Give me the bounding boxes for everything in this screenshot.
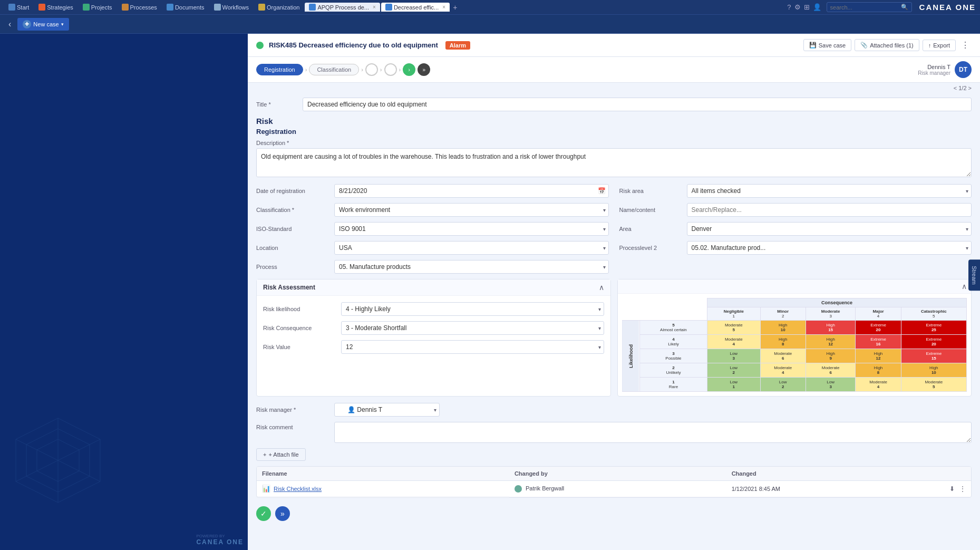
new-case-dropdown-icon: ▾ [61, 22, 64, 27]
apqp-tab-close[interactable]: × [373, 4, 376, 10]
risk-comment-input[interactable] [334, 422, 972, 443]
forward-icon: » [280, 509, 285, 518]
changed-date: 1/12/2021 8:45 AM [732, 486, 780, 492]
more-options-button[interactable]: ⋮ [959, 39, 972, 51]
area-select[interactable]: Denver [687, 222, 972, 236]
new-case-button[interactable]: ✚ New case ▾ [17, 18, 69, 31]
title-label: Title * [256, 101, 298, 108]
processlevel2-select[interactable]: 05.02. Manufacture prod... [687, 241, 972, 255]
confirm-button[interactable]: ✓ [256, 506, 271, 521]
file-download-icon[interactable]: ⬇ [949, 485, 955, 493]
risk-manager-select[interactable]: 👤 Dennis T [334, 403, 440, 417]
date-label: Date of registration [256, 188, 330, 194]
risk-value-label: Risk Value [263, 344, 337, 350]
step-circle-green[interactable]: › [403, 63, 415, 76]
changed-by: Patrik Bergwall [526, 485, 564, 491]
nav-tab-documents[interactable]: Documents [162, 3, 209, 12]
attached-files-button[interactable]: 📎 Attached files (1) [855, 39, 919, 51]
user-icon[interactable]: 👤 [813, 3, 821, 11]
documents-icon [167, 4, 173, 11]
date-row: Date of registration 📅 [256, 184, 609, 198]
user-role: Risk manager [918, 70, 950, 76]
risk-likelihood-label: Risk likelihood [263, 306, 337, 312]
description-input[interactable]: Old equipment are causing a lot of troub… [256, 148, 972, 177]
step-circle-3[interactable] [365, 63, 378, 76]
location-row: Location USA ▾ [256, 241, 609, 255]
col-changed-by: Changed by [509, 467, 726, 481]
risk-value-row: Risk Value 12 ▾ [263, 340, 604, 354]
process-select[interactable]: 05. Manufacture products [334, 260, 609, 274]
canea-logo-bottom: CANEA ONE [196, 538, 244, 546]
step-circle-4[interactable] [384, 63, 397, 76]
nav-tab-workflows[interactable]: Workflows [210, 3, 254, 12]
step-classification[interactable]: Classification [309, 64, 359, 75]
process-row: Process 05. Manufacture products ▾ [256, 260, 609, 274]
nav-search-icon: 🔍 [901, 4, 908, 11]
nav-tab-organization[interactable]: Organization [254, 3, 304, 12]
location-select[interactable]: USA [334, 241, 609, 255]
nav-tab-projects[interactable]: Projects [79, 3, 117, 12]
paperclip-icon: 📎 [860, 42, 868, 49]
windows-icon[interactable]: ⊞ [804, 3, 810, 11]
risk-matrix-header: ∧ [618, 279, 972, 294]
processlevel2-row: Processlevel 2 05.02. Manufacture prod..… [619, 241, 972, 255]
step-arrow-2: › [361, 66, 363, 73]
col-changed: Changed [726, 467, 939, 481]
background-decoration [11, 413, 105, 508]
risk-assessment-header: Risk Assessment ∧ [257, 279, 610, 296]
step-circle-dark[interactable]: » [418, 63, 430, 76]
nav-tab-risk[interactable]: Decreased effic... × [381, 3, 450, 12]
logo: CANEA ONE [919, 3, 976, 12]
risk-assessment-title: Risk Assessment [263, 284, 315, 291]
risk-consequence-select[interactable]: 3 - Moderate Shortfall [341, 321, 604, 335]
name-content-label: Name/content [619, 207, 683, 213]
date-input[interactable] [334, 184, 609, 198]
name-content-input[interactable] [687, 203, 972, 217]
new-case-icon: ✚ [23, 20, 31, 28]
location-label: Location [256, 245, 330, 251]
new-tab-button[interactable]: + [453, 3, 457, 12]
risk-manager-label: Risk manager * [256, 407, 330, 413]
nav-search-input[interactable] [830, 4, 899, 11]
file-table-container: Filename Changed by Changed 📊 Risk Check… [256, 466, 972, 498]
risk-value-select[interactable]: 12 [341, 340, 604, 354]
version-label: POWERED BY CANEA ONE [196, 534, 244, 546]
user-avatar: DT [955, 61, 972, 78]
iso-select[interactable]: ISO 9001 [334, 222, 609, 236]
save-icon: 💾 [809, 42, 817, 49]
title-input[interactable] [303, 98, 972, 111]
forward-button[interactable]: » [275, 506, 290, 521]
risk-tab-close[interactable]: × [442, 4, 445, 10]
file-more-icon[interactable]: ⋮ [959, 485, 966, 493]
help-icon[interactable]: ? [787, 3, 791, 11]
area-row: Area Denver ▾ [619, 222, 972, 236]
back-button[interactable]: ‹ [6, 18, 13, 30]
risk-likelihood-select[interactable]: 4 - Highly Likely [341, 302, 604, 316]
nav-tab-processes[interactable]: Processes [118, 3, 161, 12]
nav-tab-strategies[interactable]: Strategies [34, 3, 77, 12]
nav-tab-start[interactable]: Start [4, 3, 33, 12]
file-row: 📊 Risk Checklist.xlsx Patrik Bergwall 1/… [257, 481, 971, 497]
risk-consequence-row: Risk Consequence 3 - Moderate Shortfall … [263, 321, 604, 335]
nav-tab-apqp[interactable]: APQP Process de... × [305, 3, 380, 12]
risk-matrix-table: Consequence Negligible1 Minor2 Moderate3… [622, 298, 967, 392]
risk-area-label: Risk area [619, 188, 683, 194]
streamer-tab[interactable]: Stream [968, 259, 980, 291]
name-content-row: Name/content [619, 203, 972, 217]
changed-by-avatar [515, 485, 522, 493]
risk-assessment-section: Risk Assessment ∧ Risk likelihood 4 - Hi… [256, 279, 611, 397]
classification-select[interactable]: Work environment [334, 203, 609, 217]
risk-likelihood-row: Risk likelihood 4 - Highly Likely ▾ [263, 302, 604, 316]
risk-matrix-collapse[interactable]: ∧ [962, 282, 967, 291]
export-button[interactable]: ↑ Export [923, 40, 956, 51]
projects-icon [83, 4, 90, 11]
risk-area-select[interactable]: All items checked [687, 184, 972, 198]
home-icon [8, 4, 15, 11]
settings-icon[interactable]: ⚙ [794, 3, 801, 11]
risk-assessment-collapse[interactable]: ∧ [599, 283, 604, 292]
save-case-button[interactable]: 💾 Save case [803, 39, 851, 51]
step-registration[interactable]: Registration [256, 64, 303, 75]
attach-file-button[interactable]: + + Attach file [256, 448, 306, 461]
iso-row: ISO-Standard ISO 9001 ▾ [256, 222, 609, 236]
user-name: Dennis T [918, 64, 950, 70]
